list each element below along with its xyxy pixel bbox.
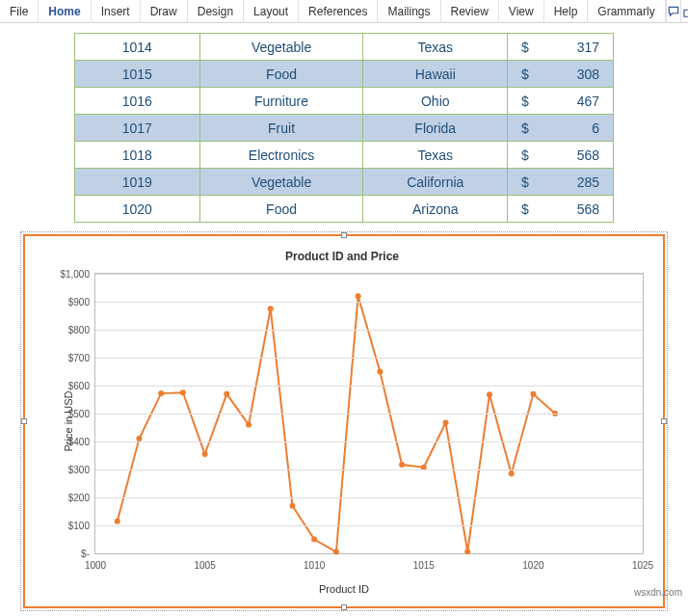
cell-price: 308 [537, 61, 614, 88]
y-tick: $- [45, 549, 90, 559]
cell-category: Vegetable [199, 34, 363, 61]
data-table[interactable]: 1014VegetableTexas$3171015FoodHawaii$308… [74, 33, 614, 223]
cell-category: Vegetable [199, 169, 363, 196]
cell-id: 1016 [75, 88, 200, 115]
tab-mailings[interactable]: Mailings [378, 0, 440, 23]
ribbon-tabs: File Home Insert Draw Design Layout Refe… [0, 0, 688, 23]
x-tick: 1015 [413, 560, 435, 571]
cell-currency: $ [508, 142, 537, 169]
cell-id: 1019 [75, 169, 200, 196]
cell-id: 1014 [75, 34, 200, 61]
tab-draw[interactable]: Draw [141, 0, 188, 23]
comments-icon[interactable] [666, 0, 680, 23]
table-row[interactable]: 1016FurnitureOhio$467 [75, 88, 614, 115]
y-tick: $600 [45, 381, 90, 391]
cell-category: Food [199, 196, 363, 223]
y-tick: $800 [45, 325, 90, 335]
svg-point-16 [464, 549, 470, 554]
table-row[interactable]: 1019VegetableCalifornia$285 [75, 169, 614, 196]
cell-category: Electronics [199, 142, 363, 169]
cell-category: Food [199, 61, 363, 88]
cell-state: Florida [363, 115, 508, 142]
resize-handle-w[interactable] [21, 418, 27, 424]
tab-view[interactable]: View [499, 0, 544, 23]
resize-handle-n[interactable] [341, 232, 347, 238]
cell-price: 568 [537, 196, 614, 223]
svg-point-12 [377, 369, 383, 375]
svg-point-8 [289, 503, 295, 509]
cell-price: 317 [537, 34, 614, 61]
cell-id: 1020 [75, 196, 200, 223]
svg-point-15 [443, 420, 449, 426]
table-row[interactable]: 1015FoodHawaii$308 [75, 61, 614, 88]
watermark-text: wsxdn.com [634, 587, 682, 598]
cell-currency: $ [508, 169, 537, 196]
chart-area: Product ID and Price Price in USD $-$100… [31, 242, 657, 601]
y-tick: $300 [45, 465, 90, 475]
cell-price: 285 [537, 169, 614, 196]
resize-handle-s[interactable] [341, 604, 347, 610]
table-row[interactable]: 1017FruitFlorida$6 [75, 115, 614, 142]
tab-home[interactable]: Home [39, 0, 91, 23]
svg-point-19 [530, 391, 536, 397]
cell-category: Furniture [199, 88, 363, 115]
tab-references[interactable]: References [299, 0, 378, 23]
cell-category: Fruit [199, 115, 363, 142]
tab-design[interactable]: Design [188, 0, 244, 23]
y-tick: $100 [45, 521, 90, 531]
x-axis-label: Product ID [31, 583, 657, 595]
y-tick: $200 [45, 493, 90, 503]
x-tick: 1000 [85, 560, 106, 571]
tab-help[interactable]: Help [544, 0, 589, 23]
cell-state: Texas [363, 34, 508, 61]
table-row[interactable]: 1020FoodArizona$568 [75, 196, 614, 223]
cell-price: 568 [537, 142, 614, 169]
share-icon[interactable] [680, 0, 688, 23]
svg-point-2 [158, 390, 164, 396]
cell-currency: $ [508, 61, 537, 88]
y-tick: $500 [45, 409, 90, 419]
resize-handle-e[interactable] [661, 418, 667, 424]
svg-point-3 [180, 389, 186, 395]
svg-point-13 [399, 462, 405, 468]
svg-point-7 [268, 306, 274, 311]
cell-state: Ohio [363, 88, 508, 115]
svg-point-17 [487, 391, 492, 397]
svg-point-0 [115, 519, 120, 524]
svg-point-18 [509, 470, 515, 476]
app-window: { "ribbon": { "tabs": ["File","Home","In… [0, 0, 688, 616]
x-tick: 1010 [304, 560, 325, 571]
tab-review[interactable]: Review [441, 0, 499, 23]
document-area: 1014VegetableTexas$3171015FoodHawaii$308… [0, 23, 688, 227]
svg-point-6 [246, 422, 251, 428]
cell-state: California [363, 169, 508, 196]
y-tick: $900 [45, 297, 90, 308]
cell-id: 1018 [75, 142, 200, 169]
svg-point-10 [333, 549, 339, 555]
cell-currency: $ [508, 88, 537, 115]
cell-id: 1017 [75, 115, 200, 142]
cell-state: Arizona [363, 196, 508, 223]
cell-currency: $ [508, 34, 537, 61]
svg-point-11 [356, 293, 361, 299]
tab-file[interactable]: File [0, 0, 39, 23]
cell-state: Hawaii [363, 61, 508, 88]
cell-price: 6 [537, 115, 614, 142]
tab-insert[interactable]: Insert [92, 0, 141, 23]
x-tick: 1025 [632, 560, 653, 571]
table-row[interactable]: 1018ElectronicsTexas$568 [75, 142, 614, 169]
svg-point-9 [311, 537, 317, 543]
tab-layout[interactable]: Layout [244, 0, 299, 23]
cell-state: Texas [363, 142, 508, 169]
y-tick: $400 [45, 437, 90, 447]
svg-point-4 [202, 451, 208, 457]
cell-currency: $ [508, 196, 537, 223]
tab-grammarly[interactable]: Grammarly [588, 0, 665, 23]
cell-currency: $ [508, 115, 537, 142]
x-tick: 1005 [194, 560, 215, 571]
cell-price: 467 [537, 88, 614, 115]
y-tick: $1,000 [45, 269, 90, 280]
x-tick: 1020 [522, 560, 543, 571]
chart-object[interactable]: Product ID and Price Price in USD $-$100… [23, 234, 665, 608]
table-row[interactable]: 1014VegetableTexas$317 [75, 34, 614, 61]
